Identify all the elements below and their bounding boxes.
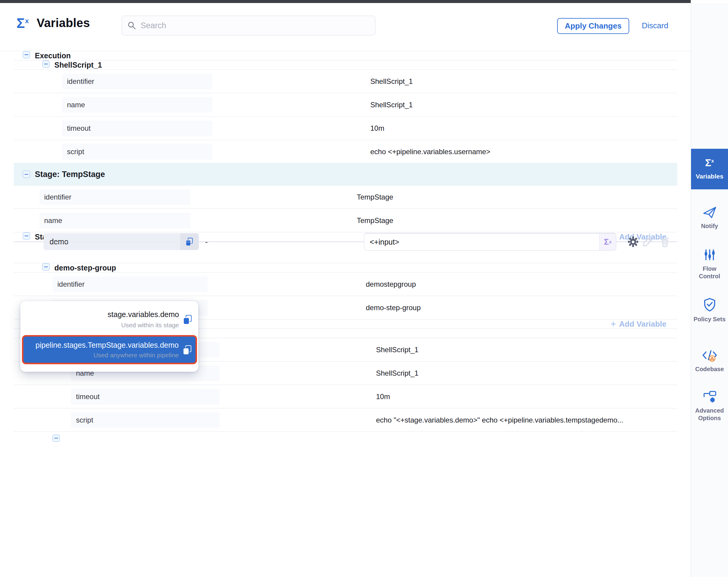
top-loading-bar [0, 0, 691, 3]
tree-row-shellscript-1: ShellScript_1 [14, 60, 677, 70]
tree-row-execution: Execution [14, 51, 677, 60]
copy-icon[interactable] [183, 345, 191, 354]
paper-plane-icon [702, 206, 717, 219]
sidebar-item-label: Variables [694, 173, 725, 180]
collapse-icon[interactable] [23, 171, 30, 178]
field-value: echo <+pipeline.variables.username> [370, 148, 490, 156]
sidebar-item-flow-control[interactable]: Flow Control [691, 248, 728, 280]
expression-popup: stage.variables.demo Used within its sta… [20, 301, 198, 372]
group-label: Execution [35, 51, 71, 60]
field-row-identifier: identifierShellScript_1 [14, 70, 677, 93]
field-label: timeout [71, 389, 219, 404]
field-row-script: scriptecho <+pipeline.variables.username… [14, 140, 677, 164]
variables-sigma-icon: Σx [17, 16, 29, 30]
sidebar-item-label: Flow Control [691, 265, 728, 280]
field-label: script [71, 412, 219, 428]
expression-option-texts: stage.variables.demo Used within its sta… [107, 310, 179, 329]
add-variable-label: Add Variable [619, 320, 667, 329]
sidebar-item-codebase[interactable]: Codebase [691, 349, 728, 373]
field-value: ShellScript_1 [370, 77, 413, 86]
search-input[interactable] [140, 21, 370, 30]
field-row-timeout: timeout10m [14, 385, 677, 408]
sliders-icon [703, 248, 716, 261]
field-value: TempStage [357, 193, 393, 201]
section-label: Stage: TempStage [35, 170, 105, 179]
sidebar-item-policy-sets[interactable]: Policy Sets [691, 298, 728, 323]
expression-text: pipeline.stages.TempStage.variables.demo [35, 341, 179, 350]
field-row-name: nameShellScript_1 [14, 93, 677, 117]
collapse-icon[interactable] [42, 263, 50, 271]
flow-gear-icon [702, 390, 717, 403]
collapse-icon[interactable] [53, 434, 60, 442]
sidebar-item-variables[interactable]: Σx Variables [691, 149, 728, 189]
field-value: ShellScript_1 [370, 101, 413, 109]
field-label: identifier [53, 276, 208, 292]
copy-icon[interactable] [184, 315, 191, 324]
field-value: demo-step-group [366, 303, 421, 312]
tree-row-demo-step-group: demo-step-group [14, 263, 677, 273]
right-nav-sidebar: Σx Variables Notify Flow Control Policy … [691, 3, 728, 577]
field-row-name: nameTempStage [14, 209, 677, 232]
discard-button[interactable]: Discard [642, 21, 668, 30]
table-row [14, 242, 677, 263]
field-value: ShellScript_1 [376, 346, 418, 354]
variables-sigma-icon: Σx [705, 157, 714, 168]
field-value: 10m [376, 393, 390, 401]
field-label: name [62, 97, 212, 113]
collapse-icon[interactable] [23, 51, 30, 58]
field-label: script [62, 144, 212, 159]
shield-check-icon [703, 298, 716, 312]
field-row-script: scriptecho "<+stage.variables.demo>" ech… [14, 408, 677, 432]
sidebar-item-notify[interactable]: Notify [691, 206, 728, 230]
field-label: name [40, 213, 190, 228]
search-box[interactable] [122, 16, 375, 35]
field-value: TempStage [357, 216, 393, 225]
field-label: timeout [62, 121, 212, 136]
collapse-icon[interactable] [42, 60, 50, 68]
apply-changes-button[interactable]: Apply Changes [557, 18, 629, 34]
plus-icon: + [610, 319, 616, 329]
sidebar-item-label: Advanced Options [691, 407, 728, 422]
field-row-identifier: identifierdemostepgroup [14, 273, 677, 296]
group-label: ShellScript_1 [54, 61, 102, 69]
field-value: ShellScript_1 [376, 369, 418, 377]
code-warning-icon [702, 349, 718, 362]
search-icon [127, 21, 136, 30]
sidebar-item-advanced-options[interactable]: Advanced Options [691, 390, 728, 422]
expression-usage-text: Used within its stage [107, 322, 179, 329]
expression-option-selected[interactable]: pipeline.stages.TempStage.variables.demo… [22, 335, 197, 364]
collapse-icon[interactable] [23, 232, 30, 240]
field-row-identifier: identifierTempStage [14, 185, 677, 209]
panel-header: Σx Variables Apply Changes Discard [0, 3, 691, 51]
field-label: identifier [40, 189, 190, 205]
expression-text: stage.variables.demo [107, 310, 179, 319]
group-label: demo-step-group [54, 264, 116, 272]
sidebar-item-label: Codebase [691, 366, 728, 373]
table-row [14, 432, 677, 577]
sidebar-item-label: Notify [691, 222, 728, 230]
field-label: identifier [62, 74, 212, 89]
expression-option[interactable]: stage.variables.demo Used within its sta… [20, 301, 198, 332]
expression-option-texts: pipeline.stages.TempStage.variables.demo… [35, 341, 179, 359]
sidebar-item-label: Policy Sets [691, 316, 728, 323]
field-value: demostepgroup [366, 280, 416, 288]
field-value: 10m [370, 124, 384, 132]
variables-panel: Σx Variables Apply Changes Discard Execu… [0, 0, 728, 577]
add-variable-button[interactable]: +Add Variable [610, 319, 667, 329]
page-title: Variables [37, 16, 90, 30]
expression-usage-text: Used anywhere within pipeline [35, 352, 179, 359]
field-value: echo "<+stage.variables.demo>" echo <+pi… [376, 416, 623, 424]
field-row-timeout: timeout10m [14, 117, 677, 140]
tree-row-stage-tempstage: Stage: TempStage [14, 164, 677, 185]
